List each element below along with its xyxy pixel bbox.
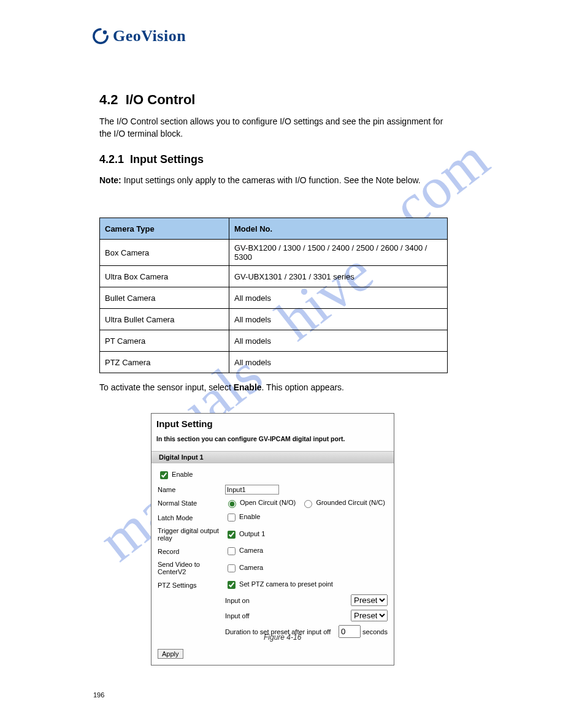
page-number: 196 <box>93 691 104 699</box>
page: GeoVision .com hive nuals ma 4.2 I/O Con… <box>0 0 563 728</box>
input-setting-panel: Input Setting In this section you can co… <box>151 413 394 665</box>
table-row: PT CameraAll models <box>100 330 448 352</box>
ptz-checkbox[interactable] <box>228 581 236 589</box>
record-label: Record <box>158 548 225 555</box>
brand-text: GeoVision <box>113 27 186 45</box>
subsection-note: Note: Input settings only apply to the c… <box>99 174 449 186</box>
send-label: Send Video to CenterV2 <box>158 561 225 575</box>
subsection-body: To activate the sensor input, select Ena… <box>99 381 449 393</box>
name-input[interactable] <box>225 485 279 495</box>
ptz-checkbox-label: Set PTZ camera to preset point <box>239 580 333 588</box>
table-row: Ultra Bullet CameraAll models <box>100 309 448 330</box>
enable-checkbox[interactable] <box>160 471 168 479</box>
table-row: Bullet CameraAll models <box>100 287 448 309</box>
grounded-circuit-radio[interactable] <box>304 500 312 508</box>
ptz-label: PTZ Settings <box>158 582 225 589</box>
record-checkbox[interactable] <box>228 547 236 555</box>
panel-title: Input Setting <box>156 419 389 429</box>
output1-label: Output 1 <box>239 530 265 537</box>
panel-subtitle: In this section you can configure GV-IPC… <box>156 435 389 442</box>
latch-label: Latch Mode <box>158 514 225 521</box>
input-on-label: Input on <box>225 597 351 604</box>
output1-checkbox[interactable] <box>228 531 236 539</box>
input-on-select[interactable]: Preset1 <box>351 594 388 606</box>
compatibility-table: Camera Type Model No. Box CameraGV-BX120… <box>99 218 448 373</box>
subsection-heading: 4.2.1 Input Settings <box>99 153 204 166</box>
panel-section-bar: Digital Input 1 <box>151 451 394 463</box>
send-checkbox[interactable] <box>228 564 236 572</box>
duration-unit: seconds <box>362 628 388 635</box>
table-header: Model No. <box>229 218 448 240</box>
latch-checkbox-label: Enable <box>239 513 260 520</box>
latch-checkbox[interactable] <box>228 514 236 521</box>
trigger-label: Trigger digital output relay <box>158 527 225 542</box>
figure-caption: Figure 4-16 <box>264 633 301 642</box>
section-intro: The I/O Control section allows you to co… <box>99 115 449 140</box>
brand-logo: GeoVision <box>92 27 186 45</box>
table-row: Ultra Box CameraGV-UBX1301 / 2301 / 3301… <box>100 266 448 287</box>
open-circuit-radio[interactable] <box>228 500 236 508</box>
section-heading: 4.2 I/O Control <box>99 92 195 108</box>
enable-label: Enable <box>172 471 193 478</box>
apply-button[interactable]: Apply <box>158 649 183 659</box>
open-circuit-label: Open Circuit (N/O) <box>240 499 296 506</box>
logo-swirl-icon <box>92 28 109 45</box>
send-checkbox-label: Camera <box>239 564 263 571</box>
duration-input[interactable] <box>339 625 361 638</box>
input-off-select[interactable]: Preset2 <box>351 610 388 621</box>
table-row: PTZ CameraAll models <box>100 352 448 373</box>
input-off-label: Input off <box>225 612 351 620</box>
table-row: Box CameraGV-BX1200 / 1300 / 1500 / 2400… <box>100 240 448 266</box>
enable-checkbox-row: Enable <box>158 469 388 481</box>
normal-state-label: Normal State <box>158 499 225 507</box>
name-label: Name <box>158 486 225 493</box>
grounded-circuit-label: Grounded Circuit (N/C) <box>316 499 385 506</box>
record-checkbox-label: Camera <box>239 547 263 554</box>
svg-point-0 <box>103 31 107 34</box>
table-header: Camera Type <box>100 218 229 240</box>
